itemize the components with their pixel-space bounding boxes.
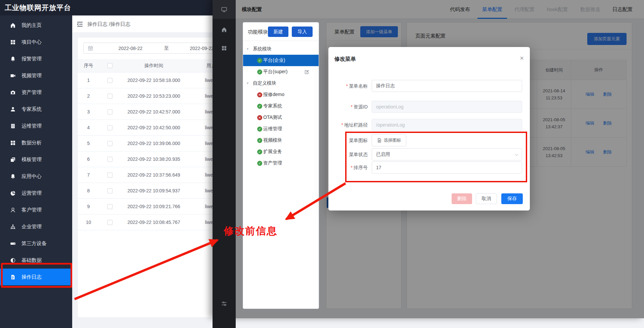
select-all-checkbox[interactable]: [107, 63, 112, 68]
sidebar-item-14[interactable]: 第三方设备: [0, 235, 72, 252]
cell-index: 1: [78, 78, 99, 83]
cell-index: 10: [78, 220, 99, 225]
home-icon[interactable]: [221, 27, 227, 33]
caret-down-icon[interactable]: ▼: [246, 47, 249, 51]
tree-item-视频模块[interactable]: ✓视频模块: [243, 135, 319, 146]
field-label: *菜单名称: [328, 80, 368, 92]
row-checkbox[interactable]: [107, 125, 112, 130]
row-checkbox[interactable]: [107, 78, 112, 83]
sidebar-item-2[interactable]: 项目中心: [0, 34, 72, 50]
row-checkbox[interactable]: [107, 220, 112, 225]
sidebar-item-16[interactable]: 操作日志: [0, 269, 72, 285]
cell-time: 2022-09-22 10:08:45.767: [121, 220, 187, 225]
sidebar-item-9[interactable]: 模板管理: [0, 151, 72, 168]
sidebar-item-13[interactable]: 企业管理: [0, 218, 72, 235]
tree-item-label: 平台(企业): [263, 57, 285, 63]
status-error-icon: ✕: [257, 92, 262, 97]
row-checkbox[interactable]: [107, 188, 112, 193]
sidebar-item-15[interactable]: 基础数据: [0, 252, 72, 269]
sidebar-item-7[interactable]: 运维管理: [0, 118, 72, 134]
field-input[interactable]: 17: [372, 161, 522, 174]
drive-icon: [10, 241, 16, 246]
sidebar-item-5[interactable]: 资产管理: [0, 84, 72, 101]
status-ok-icon: ✓: [257, 127, 262, 132]
menu-status-select[interactable]: 已启用: [372, 148, 522, 160]
sidebar-item-10[interactable]: 应用中心: [0, 168, 72, 185]
field-input: /operationLog: [372, 119, 522, 131]
sidebar-item-8[interactable]: 数据分析: [0, 134, 72, 151]
required-asterisk: *: [341, 122, 343, 128]
field-label-text: 菜单状态: [349, 152, 368, 157]
menu-fold-icon[interactable]: [77, 21, 83, 27]
input-value: /operationLog: [376, 122, 405, 128]
input-value: operationLog: [376, 104, 404, 109]
status-ok-icon: ✓: [257, 138, 262, 143]
grid-icon: [10, 39, 16, 45]
org-icon: [10, 224, 16, 230]
sidebar-item-label: 专家系统: [21, 106, 42, 112]
row-checkbox[interactable]: [107, 94, 112, 99]
required-asterisk: *: [351, 104, 353, 109]
sidebar-item-12[interactable]: 客户管理: [0, 201, 72, 218]
row-checkbox[interactable]: [107, 173, 112, 178]
field-label-text: 资源ID: [354, 104, 368, 109]
tree-item-label: 运维管理: [263, 126, 282, 132]
tree-item-专家系统[interactable]: ✓专家系统: [243, 100, 319, 112]
tree-group-自定义模块[interactable]: ▼自定义模块: [243, 78, 319, 89]
row-checkbox[interactable]: [107, 204, 112, 209]
copy-icon: [10, 157, 16, 162]
close-icon[interactable]: ×: [520, 54, 524, 62]
tree-item-资产管理[interactable]: ✓资产管理: [243, 157, 319, 169]
tree-item-label: 资产管理: [263, 160, 282, 166]
tree-item-OTA测试[interactable]: ✕OTA测试: [243, 112, 319, 123]
field-input: operationLog: [372, 101, 522, 113]
sidebar-item-label: 运维管理: [21, 123, 42, 129]
tree-group-系统模块[interactable]: ▼系统模块: [243, 43, 319, 55]
sidebar-item-label: 客户管理: [21, 207, 42, 213]
log-table-header-row: 序号操作时间用户: [78, 59, 236, 73]
date-separator: 至: [156, 45, 177, 51]
sliders-icon[interactable]: [221, 301, 227, 307]
calendar-icon: [88, 46, 93, 51]
cancel-button[interactable]: 取消: [476, 193, 497, 204]
delete-button[interactable]: 删除: [452, 193, 472, 204]
tree-item-报修demo[interactable]: ✕报修demo: [243, 89, 319, 100]
tree-item-label: 专家系统: [263, 103, 282, 109]
select-icon-button[interactable]: 选择图标: [372, 134, 406, 146]
select-value: 已启用: [376, 151, 390, 157]
apps-grid-icon[interactable]: [221, 45, 227, 51]
chevron-down-icon: [515, 152, 518, 156]
monitor-icon[interactable]: [221, 7, 227, 12]
table-row: 12022-09-22 10:58:18.000liweiw: [78, 73, 236, 88]
server-icon: [10, 123, 16, 129]
status-ok-icon: ✓: [257, 58, 262, 63]
tree-item-label: OTA测试: [263, 114, 282, 121]
field-label: 菜单状态: [328, 148, 368, 160]
caret-down-icon[interactable]: ▼: [246, 82, 249, 85]
required-asterisk: *: [346, 83, 348, 89]
sidebar-item-label: 我的主页: [21, 22, 42, 29]
sidebar-item-1[interactable]: 我的主页: [0, 17, 72, 34]
save-button[interactable]: 保存: [501, 193, 523, 204]
date-from-value[interactable]: 2022-08-22: [104, 46, 156, 51]
tool-strip: [213, 0, 236, 328]
new-module-button[interactable]: 新建: [268, 27, 288, 37]
row-checkbox[interactable]: [107, 157, 112, 162]
modal-field-地址栏路径: *地址栏路径/operationLog: [328, 119, 530, 131]
import-module-button[interactable]: 导入: [292, 27, 313, 37]
tree-item-运维管理[interactable]: ✓运维管理: [243, 123, 319, 135]
row-checkbox[interactable]: [107, 109, 112, 114]
field-input[interactable]: 操作日志: [372, 80, 522, 92]
tree-item-平台(企业)[interactable]: ✓平台(企业): [243, 55, 319, 66]
tree-item-扩展业务[interactable]: ✓扩展业务: [243, 146, 319, 157]
sidebar-item-label: 基础数据: [21, 257, 42, 264]
sidebar-item-6[interactable]: 专家系统: [0, 101, 72, 118]
row-checkbox[interactable]: [107, 141, 112, 146]
edit-icon[interactable]: [304, 69, 309, 75]
date-range-picker[interactable]: 2022-08-22 至 2022-09-22: [83, 43, 228, 54]
tree-item-平台(super)[interactable]: ✓平台(super): [243, 66, 319, 78]
sidebar-item-4[interactable]: 视频管理: [0, 67, 72, 84]
field-label-text: 地址栏路径: [344, 122, 368, 128]
sidebar-item-11[interactable]: 运营管理: [0, 185, 72, 201]
sidebar-item-3[interactable]: 报警管理: [0, 50, 72, 67]
